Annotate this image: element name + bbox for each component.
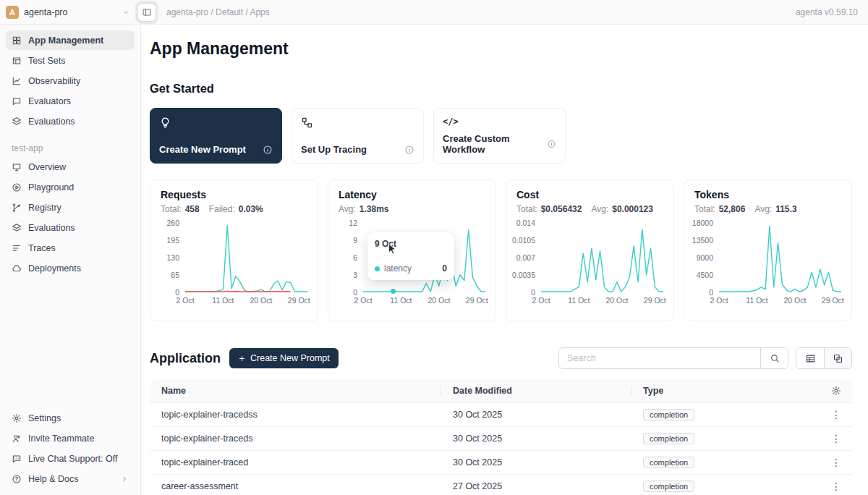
table-row[interactable]: career-assessment27 Oct 2025completion⋮ [150,475,852,495]
sidebar-item-observability[interactable]: Observability [6,71,135,90]
sidebar-app-list: OverviewPlaygroundRegistryEvaluationsTra… [0,156,140,279]
row-actions-button[interactable]: ⋮ [820,409,852,420]
sidebar-item-label: Evaluators [28,96,71,106]
y-axis-labels: 260195130650 [161,223,185,292]
stat-card-metrics: Avg:1.38ms [339,204,485,214]
app-type: completion [631,481,820,492]
app-screen: A agenta-pro agenta-pro / Default / Apps… [0,0,868,495]
stat-card-title: Requests [161,189,307,200]
sidebar-item-evaluators[interactable]: Evaluators [6,91,135,111]
tooltip-date: 9 Oct [375,239,447,249]
sidebar-item-evaluations[interactable]: Evaluations [6,218,135,237]
evaluations-icon [12,117,22,127]
y-tick-label: 12 [349,219,357,227]
stat-cards: RequestsTotal:458Failed:0.03%26019513065… [150,179,852,321]
sidebar-item-traces[interactable]: Traces [6,238,135,258]
row-actions-button[interactable]: ⋮ [820,433,852,444]
help-icon [12,474,22,484]
sidebar-item-invite-teammate[interactable]: Invite Teammate [6,428,135,448]
kebab-icon: ⋮ [831,457,841,468]
row-actions-button[interactable]: ⋮ [820,481,852,492]
metric-value: 115.3 [775,204,796,214]
sidebar-item-help-docs[interactable]: Help & Docs [6,469,135,488]
get-started-card-set-up-tracing[interactable]: Set Up Tracing [292,108,424,164]
x-tick-label: 11 Oct [568,296,590,305]
column-header-name[interactable]: Name [150,379,441,402]
metric-value: 0.03% [239,204,263,214]
invite-teammate-icon [12,433,22,444]
sidebar-item-deployments[interactable]: Deployments [6,258,135,278]
column-header-type[interactable]: Type [631,379,820,402]
tokens-line-chart [719,223,841,292]
x-tick-label: 2 Oct [354,296,372,305]
metric-value: 1.38ms [359,204,389,214]
y-tick-label: 0.014 [516,219,535,227]
y-tick-label: 65 [171,271,179,279]
app-date-modified: 27 Oct 2025 [441,481,631,491]
workspace-selector[interactable]: A agenta-pro [6,6,130,19]
sidebar-item-live-chat-support-off[interactable]: Live Chat Support: Off [6,449,135,468]
sidebar-collapse-button[interactable] [137,3,156,22]
get-started-card-create-custom-workflow[interactable]: </>Create Custom Workflow [433,108,566,164]
sidebar-item-playground[interactable]: Playground [6,177,135,197]
workspace-name: agenta-pro [24,7,67,17]
search-button[interactable] [760,348,788,368]
live-chat-icon [12,454,22,464]
y-axis-labels: 0.0140.01050.0070.00350 [516,223,541,292]
metric-label: Avg: [339,204,356,214]
sidebar-item-app-management[interactable]: App Management [6,30,135,50]
y-axis-labels: 129630 [339,223,363,292]
x-tick-label: 2 Oct [710,296,728,305]
stat-card-metrics: Total:$0.056432Avg:$0.000123 [516,204,663,214]
table-row[interactable]: topic-explainer-traced30 Oct 2025complet… [150,451,852,475]
code-icon: </> [443,117,556,129]
create-new-prompt-button[interactable]: Create New Prompt [229,348,339,368]
info-icon[interactable] [547,139,556,149]
tooltip-series-name: latency [384,263,412,274]
sidebar-item-overview[interactable]: Overview [6,157,135,177]
table-row[interactable]: topic-explainer-traceds30 Oct 2025comple… [150,427,852,451]
chart-area: 1800013500900045000 [694,223,841,292]
tooltip-series-row: latency0 [375,263,447,274]
sidebar-item-label: Registry [28,203,61,213]
y-tick-label: 3 [353,271,357,279]
get-started-card-footer: Create Custom Workflow [443,133,556,155]
y-tick-label: 6 [353,253,357,262]
sidebar-app-section-label: test-app [12,143,129,153]
page-body: App ManagementTest SetsObservabilityEval… [0,25,868,495]
sidebar-item-registry[interactable]: Registry [6,198,135,217]
app-type: completion [631,433,820,444]
row-actions-button[interactable]: ⋮ [820,457,852,468]
type-tag: completion [643,433,694,444]
top-bar: A agenta-pro agenta-pro / Default / Apps… [0,0,868,25]
sidebar-item-label: Invite Teammate [28,433,94,444]
page-title: App Management [150,39,852,59]
application-header-row: Application Create New Prompt [150,347,852,369]
x-tick-label: 11 Oct [390,296,412,305]
sidebar-item-settings[interactable]: Settings [6,408,135,428]
breadcrumb[interactable]: agenta-pro / Default / Apps [166,7,270,17]
y-tick-label: 0.007 [516,253,535,262]
info-icon[interactable] [263,145,273,155]
get-started-card-create-new-prompt[interactable]: Create New Prompt [150,108,282,164]
column-header-date-modified[interactable]: Date Modified [441,379,631,402]
sidebar-item-test-sets[interactable]: Test Sets [6,51,135,70]
observability-icon [12,76,22,86]
y-tick-label: 195 [166,236,179,245]
table-view-button[interactable] [796,348,824,368]
workspace-avatar: A [6,6,19,19]
sidebar-item-label: Observability [28,76,80,86]
type-tag: completion [643,457,694,468]
kebab-icon: ⋮ [831,409,841,420]
card-view-button[interactable] [824,348,851,368]
y-tick-label: 0.0035 [512,271,535,279]
app-name: career-assessment [150,481,441,491]
sidebar-item-evaluations[interactable]: Evaluations [6,111,135,131]
table-controls [558,347,852,369]
mouse-cursor-icon [386,242,399,255]
table-settings-button[interactable] [820,379,852,402]
table-row[interactable]: topic-explainer-tracedss30 Oct 2025compl… [150,403,852,427]
x-tick-label: 29 Oct [466,296,488,305]
search-input[interactable] [559,348,760,368]
info-icon[interactable] [404,145,414,155]
